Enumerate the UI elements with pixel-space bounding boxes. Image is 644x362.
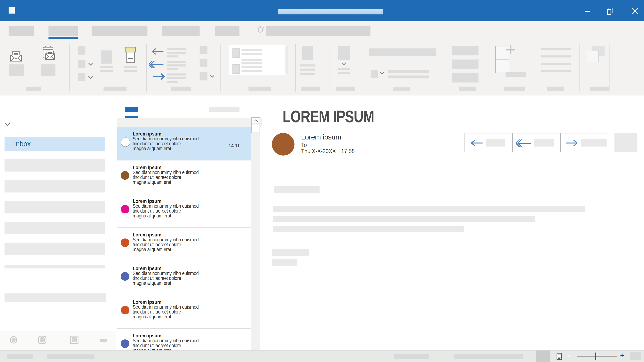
ribbon-tab-sendreceive[interactable] <box>92 26 148 36</box>
chevron-down-icon[interactable] <box>379 71 384 75</box>
rules-label-line <box>338 72 350 74</box>
list-item[interactable]: Lorem ipsum Sed diam nonummy nibh euismo… <box>116 295 251 329</box>
restore-icon <box>607 7 614 15</box>
sidebar-folder-placeholder[interactable] <box>4 180 105 192</box>
group-label-placeholder <box>546 87 564 91</box>
zoom-level-placeholder[interactable] <box>630 352 641 360</box>
quick-step-line <box>242 53 262 55</box>
sidebar-folder-placeholder[interactable] <box>4 294 106 302</box>
new-email-icon[interactable] <box>10 51 22 62</box>
email-preview-line: magna aliquam erat <box>133 315 198 320</box>
ribbon-tab-file[interactable] <box>9 26 34 36</box>
sidebar-folder-placeholder[interactable] <box>4 159 105 171</box>
scroll-up-button[interactable] <box>251 117 260 124</box>
sidebar-folder-placeholder[interactable] <box>4 222 105 234</box>
calendar-nav-icon[interactable] <box>38 336 46 344</box>
sticky-note-icon[interactable] <box>124 47 137 63</box>
list-item[interactable]: Lorem ipsum Sed diam nonummy nibh euismo… <box>116 261 251 295</box>
quick-steps-box[interactable] <box>229 45 288 75</box>
message-date: Thu X-X-20XX17:58 <box>301 148 355 154</box>
zoom-slider-track[interactable] <box>577 356 617 357</box>
forward-icon[interactable] <box>152 73 166 80</box>
reply-icon[interactable] <box>151 48 164 55</box>
close-button[interactable] <box>629 6 641 16</box>
list-tab-underline <box>125 116 138 118</box>
ribbon-tab-view[interactable] <box>215 26 240 36</box>
reply-label-placeholder <box>486 139 505 147</box>
quick-steps-scroll-placeholder[interactable] <box>284 45 287 74</box>
move-button-placeholder[interactable] <box>302 46 313 60</box>
list-item[interactable]: Lorem ipsum Sed diam nonummy nibh euismo… <box>116 194 251 228</box>
sidebar-item-inbox[interactable]: Inbox <box>4 137 105 151</box>
chevron-down-icon[interactable] <box>341 62 346 66</box>
reply-all-button[interactable] <box>513 133 560 152</box>
im-button-placeholder[interactable] <box>200 59 207 67</box>
chevron-down-icon[interactable] <box>88 62 93 66</box>
avatar <box>121 339 130 348</box>
chevron-down-icon[interactable] <box>88 75 93 79</box>
zoom-in-button[interactable]: + <box>620 352 624 359</box>
list-item[interactable]: Lorem ipsum Sed diam nonummy nibh euismo… <box>116 127 251 160</box>
list-scrollbar-thumb[interactable] <box>251 124 260 133</box>
ignore-button-placeholder[interactable] <box>78 46 86 54</box>
list-item[interactable]: Lorem ipsum Sed diam nonummy nibh euismo… <box>116 228 251 261</box>
group-label-placeholder <box>459 87 476 91</box>
junk-button-placeholder[interactable] <box>78 73 86 81</box>
ribbon-tab-folder[interactable] <box>162 26 200 36</box>
forward-button[interactable] <box>560 133 608 152</box>
reply-all-icon[interactable] <box>149 60 164 69</box>
tags-wide-placeholder[interactable] <box>369 48 436 56</box>
lightbulb-icon[interactable] <box>257 26 264 36</box>
ribbon-divider <box>446 44 446 91</box>
email-preview-line: magna aliquam erat <box>133 247 198 252</box>
more-actions-placeholder[interactable] <box>614 133 636 152</box>
email-text: Lorem ipsum Sed diam nonummy nibh euismo… <box>133 299 198 320</box>
reading-view-icon[interactable] <box>556 353 562 360</box>
group-label-placeholder <box>26 87 41 91</box>
addin-cell-placeholder[interactable] <box>495 59 509 73</box>
list-scrollbar-track[interactable] <box>251 133 260 351</box>
categorize-button-placeholder[interactable] <box>371 70 378 78</box>
filter-button-placeholder[interactable] <box>452 59 478 69</box>
find-button-placeholder[interactable] <box>452 73 478 82</box>
sidebar-folder-placeholder[interactable] <box>4 243 105 255</box>
group-label-placeholder <box>248 87 271 91</box>
mail-nav-icon[interactable] <box>10 336 17 344</box>
ribbon-divider <box>610 44 610 91</box>
tags-label-line <box>388 75 429 78</box>
sender-avatar[interactable] <box>272 133 294 156</box>
status-item-placeholder <box>8 354 33 359</box>
cleanup-button-placeholder[interactable] <box>78 60 86 68</box>
zoom-out-button[interactable]: − <box>568 353 572 360</box>
email-text: Lorem ipsum Sed diam nonummy nibh euismo… <box>133 131 198 151</box>
ribbon-tab-home-active[interactable] <box>48 26 78 36</box>
email-time: 14:11 <box>228 143 240 148</box>
collapse-chevron-icon[interactable] <box>4 122 11 126</box>
email-text: Lorem ipsum Sed diam nonummy nibh euismo… <box>133 165 198 185</box>
sidebar-folder-placeholder[interactable] <box>4 201 105 213</box>
minimize-button[interactable] <box>582 6 594 16</box>
list-sort-placeholder[interactable] <box>208 107 239 112</box>
list-item[interactable]: Lorem ipsum Sed diam nonummy nibh euismo… <box>116 160 251 194</box>
ribbon-tab-search-placeholder[interactable] <box>266 26 370 36</box>
delete-button-placeholder[interactable] <box>101 50 112 64</box>
titlebar <box>0 0 644 22</box>
people-nav-icon[interactable] <box>70 336 78 344</box>
chevron-down-icon[interactable] <box>210 75 215 78</box>
reply-button[interactable] <box>465 133 513 152</box>
meeting-button-placeholder[interactable] <box>200 46 207 54</box>
more-respond-button-placeholder[interactable] <box>200 72 207 80</box>
list-tab-focused[interactable] <box>125 107 138 112</box>
tasks-nav-icon[interactable] <box>100 339 107 342</box>
rules-button-placeholder[interactable] <box>338 46 350 60</box>
avatar <box>121 171 130 180</box>
sidebar-folder-placeholder[interactable] <box>4 265 105 268</box>
navigation-bar <box>0 331 116 351</box>
addressbook-button-placeholder[interactable] <box>452 46 478 55</box>
window-front-placeholder[interactable] <box>587 51 599 62</box>
zoom-slider-thumb[interactable] <box>595 353 596 360</box>
new-items-icon[interactable] <box>41 45 57 62</box>
restore-button[interactable] <box>604 6 616 16</box>
list-item[interactable]: Lorem ipsum Sed diam nonummy nibh euismo… <box>116 329 251 351</box>
app-icon[interactable] <box>9 7 15 13</box>
